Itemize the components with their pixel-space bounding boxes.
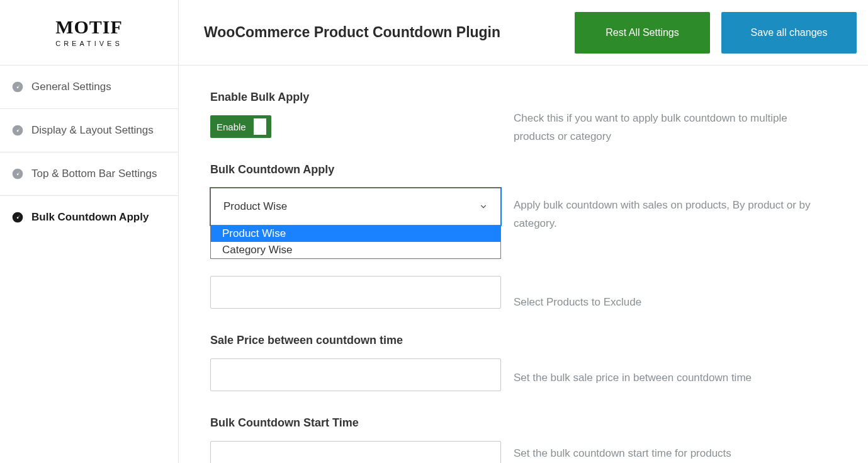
gauge-icon <box>11 211 24 224</box>
field-label: Bulk Countdown Apply <box>210 163 501 176</box>
header: WooCommerce Product Countdown Plugin Res… <box>179 0 868 66</box>
reset-button[interactable]: Rest All Settings <box>575 12 710 54</box>
select-value: Product Wise <box>223 200 287 213</box>
toggle-knob <box>254 118 266 135</box>
sidebar-item-general-settings[interactable]: General Settings <box>0 66 178 109</box>
help-enable: Check this if you want to apply bulk cou… <box>514 110 830 146</box>
sidebar-item-label: General Settings <box>31 81 111 93</box>
page-title: WooCommerce Product Countdown Plugin <box>204 24 500 41</box>
dropdown-option-category-wise[interactable]: Category Wise <box>211 242 500 258</box>
logo: MOTIF CREATIVES <box>0 0 178 66</box>
dropdown-option-product-wise[interactable]: Product Wise <box>211 226 500 242</box>
help-exclude: Select Products to Exclude <box>514 294 830 312</box>
field-sale-price: Sale Price between countdown time <box>210 334 501 391</box>
svg-point-7 <box>17 217 19 219</box>
gauge-icon <box>11 168 24 180</box>
help-start-time: Set the bulk countdown start time for pr… <box>514 445 830 463</box>
start-time-input[interactable] <box>210 441 501 463</box>
sidebar-item-label: Top & Bottom Bar Settings <box>31 168 157 180</box>
field-start-time: Bulk Countdown Start Time <box>210 416 501 463</box>
svg-point-1 <box>17 87 19 89</box>
field-exclude-products <box>210 276 501 309</box>
apply-select[interactable]: Product Wise <box>210 188 501 226</box>
help-apply: Apply bulk countdown with sales on produ… <box>514 197 830 233</box>
brand-sub: CREATIVES <box>55 40 123 47</box>
sidebar-item-display-layout[interactable]: Display & Layout Settings <box>0 109 178 152</box>
gauge-icon <box>11 124 24 137</box>
header-actions: Rest All Settings Save all changes <box>575 12 857 54</box>
sidebar: MOTIF CREATIVES General Settings Display… <box>0 0 179 463</box>
save-button[interactable]: Save all changes <box>721 12 857 54</box>
sale-price-input[interactable] <box>210 358 501 391</box>
field-label: Enable Bulk Apply <box>210 91 501 104</box>
sidebar-item-label: Bulk Countdown Apply <box>31 211 149 224</box>
sidebar-item-bulk-countdown[interactable]: Bulk Countdown Apply <box>0 196 178 239</box>
main-content: WooCommerce Product Countdown Plugin Res… <box>179 0 868 463</box>
exclude-products-input[interactable] <box>210 276 501 309</box>
chevron-down-icon <box>479 202 488 211</box>
apply-dropdown: Product Wise Category Wise <box>210 225 501 259</box>
toggle-text: Enable <box>217 122 246 132</box>
sidebar-item-top-bottom-bar[interactable]: Top & Bottom Bar Settings <box>0 152 178 196</box>
field-bulk-apply: Bulk Countdown Apply Product Wise Produc… <box>210 163 501 226</box>
svg-point-5 <box>17 174 19 176</box>
field-label: Sale Price between countdown time <box>210 334 501 347</box>
field-label: Bulk Countdown Start Time <box>210 416 501 430</box>
brand-main: MOTIF <box>55 18 123 37</box>
sidebar-item-label: Display & Layout Settings <box>31 124 154 137</box>
field-enable-bulk: Enable Bulk Apply Enable <box>210 91 501 138</box>
gauge-icon <box>11 81 24 93</box>
enable-toggle[interactable]: Enable <box>210 115 271 138</box>
help-sale-price: Set the bulk sale price in between count… <box>514 369 830 387</box>
svg-point-3 <box>17 130 19 132</box>
